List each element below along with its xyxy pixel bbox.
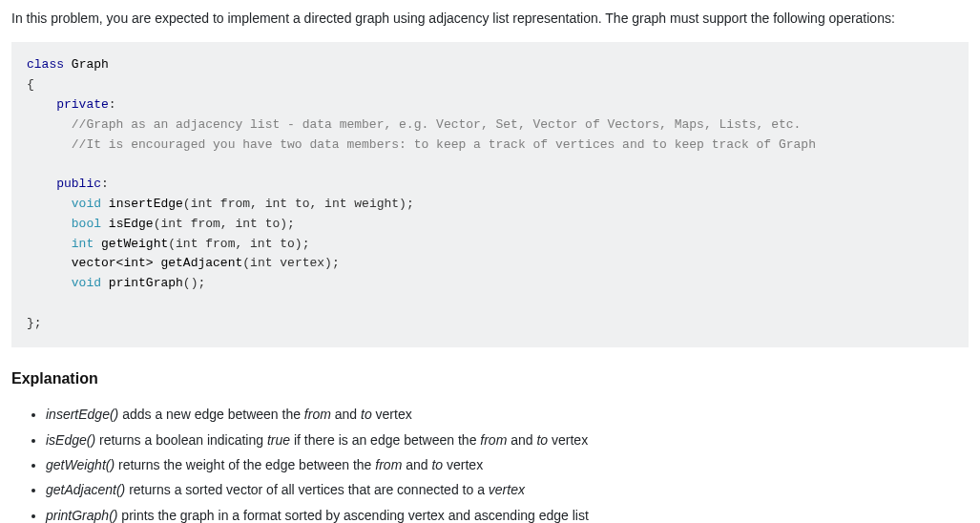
keyword-class: class <box>27 57 64 72</box>
italic-term: vertex <box>489 482 525 497</box>
fn-name-italic: getWeight() <box>46 457 115 472</box>
fn-name-italic: insertEdge() <box>46 407 118 422</box>
italic-term: from <box>480 432 507 448</box>
fn-name-italic: printGraph() <box>46 508 117 523</box>
params-getWeight: (int from, int to); <box>168 237 309 251</box>
list-item: getAdjacent() returns a sorted vector of… <box>46 479 969 500</box>
fn-name-italic: getAdjacent() <box>46 482 125 497</box>
params-getAdjacent: (int vertex); <box>242 256 339 270</box>
comment-line-1: //Graph as an adjacency list - data memb… <box>72 117 802 132</box>
code-block: class Graph { private: //Graph as an adj… <box>11 42 969 346</box>
fn-isEdge: isEdge <box>109 217 154 231</box>
text: returns the weight of the edge between t… <box>115 457 375 472</box>
list-item: getWeight() returns the weight of the ed… <box>46 454 969 475</box>
open-brace: { <box>27 77 34 92</box>
comment-line-2: //It is encouraged you have two data mem… <box>72 137 816 152</box>
text: prints the graph in a format sorted by a… <box>117 508 588 523</box>
params-insertEdge: (int from, int to, int weight); <box>183 197 414 211</box>
italic-term: from <box>375 457 402 472</box>
italic-term: true <box>267 432 290 448</box>
close-brace: }; <box>27 316 42 330</box>
italic-term: to <box>536 432 548 448</box>
text: vertex <box>548 432 588 448</box>
fn-printGraph: printGraph <box>109 276 183 290</box>
type-vector-int: vector<int> <box>72 256 154 270</box>
fn-insertEdge: insertEdge <box>109 197 183 211</box>
keyword-private: private <box>56 97 109 112</box>
text: returns a boolean indicating <box>95 432 267 448</box>
text: and <box>507 432 536 448</box>
fn-name-italic: isEdge() <box>46 432 95 448</box>
text: returns a sorted vector of all vertices … <box>125 482 489 497</box>
keyword-void: void <box>72 276 101 290</box>
class-name: Graph <box>72 57 109 72</box>
italic-term: to <box>431 457 443 472</box>
keyword-bool: bool <box>72 217 101 231</box>
intro-text: In this problem, you are expected to imp… <box>11 8 969 29</box>
text: if there is an edge between the <box>290 432 480 448</box>
italic-term: to <box>361 407 372 422</box>
fn-getAdjacent: getAdjacent <box>160 256 242 270</box>
text: vertex <box>443 457 483 472</box>
text: and <box>402 457 431 472</box>
keyword-void: void <box>72 197 101 211</box>
explanation-list: insertEdge() adds a new edge between the… <box>11 404 969 523</box>
text: vertex <box>372 407 412 422</box>
text: and <box>331 407 361 422</box>
params-isEdge: (int from, int to); <box>154 217 295 231</box>
keyword-public: public <box>56 177 101 191</box>
text: adds a new edge between the <box>118 407 304 422</box>
keyword-int: int <box>72 237 94 251</box>
params-printGraph: (); <box>183 276 205 290</box>
list-item: insertEdge() adds a new edge between the… <box>46 404 969 425</box>
list-item: isEdge() returns a boolean indicating tr… <box>46 429 969 450</box>
list-item: printGraph() prints the graph in a forma… <box>46 505 969 523</box>
explanation-heading: Explanation <box>11 366 969 391</box>
italic-term: from <box>304 407 331 422</box>
fn-getWeight: getWeight <box>101 237 168 251</box>
